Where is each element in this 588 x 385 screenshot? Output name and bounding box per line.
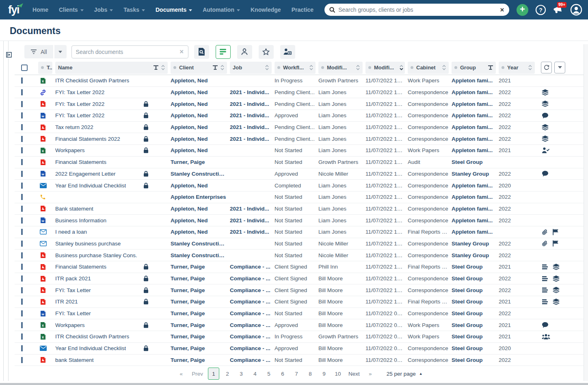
document-name-cell[interactable]: Year End Individual Checklist (55, 345, 171, 351)
nav-item-tasks[interactable]: Tasks (118, 0, 150, 19)
sort-control[interactable] (220, 65, 224, 70)
next-page-button[interactable]: Next (346, 368, 362, 380)
document-name[interactable]: Bank statement (55, 206, 93, 212)
lines-icon[interactable] (542, 264, 548, 270)
comment-icon[interactable] (542, 322, 549, 328)
document-name-cell[interactable]: FYI: Tax Letter (55, 310, 171, 316)
documents-search-input[interactable] (76, 49, 179, 55)
nav-item-clients[interactable]: Clients (54, 0, 89, 19)
document-name-cell[interactable]: ITR 2021 (55, 299, 171, 305)
document-name-cell[interactable]: Tax return 2022 (55, 124, 171, 130)
table-row[interactable]: FYI: Tax Letter 2022 Appleton, Ned 2021 … (15, 87, 584, 99)
sort-control[interactable] (400, 65, 403, 70)
column-header-group[interactable]: Group (452, 62, 496, 74)
row-checkbox[interactable] (21, 77, 23, 84)
layers-icon[interactable] (542, 124, 549, 131)
row-checkbox[interactable] (21, 136, 23, 142)
column-header-name[interactable]: Name (55, 62, 168, 74)
document-name-cell[interactable]: Workpapers (55, 322, 171, 328)
document-name-cell[interactable]: Financial Statements 2022 (55, 136, 171, 142)
document-name-cell[interactable]: ITR Checklist Growth Partners (55, 333, 171, 340)
select-all-checkbox[interactable] (21, 65, 28, 71)
document-name[interactable]: Workpapers (55, 147, 85, 153)
document-name-cell[interactable]: Bank statement (55, 206, 171, 212)
layers-icon[interactable] (553, 299, 560, 305)
document-name[interactable]: Business purchase Stanley Cons. (55, 252, 137, 258)
lines-icon[interactable] (542, 287, 548, 293)
row-checkbox[interactable] (21, 252, 23, 258)
layers-icon[interactable] (542, 136, 549, 142)
row-checkbox[interactable] (21, 217, 23, 224)
table-row[interactable]: x Workpapers Appleton, Ned Not Started L… (15, 145, 584, 157)
table-row[interactable]: Tax return 2022 Appleton, Ned 2021 - Ind… (15, 122, 584, 133)
document-name[interactable]: Financial Statements 2022 (55, 136, 120, 142)
document-name-cell[interactable]: Business purchase Stanley Cons. (55, 252, 171, 258)
table-row[interactable]: Year End Individual Checklist Appleton, … (15, 180, 584, 191)
table-row[interactable]: Financial Statements Turner, Paige Compl… (15, 261, 584, 273)
fyi-logo[interactable]: fyi (8, 1, 19, 19)
table-row[interactable]: x Workpapers Turner, Paige Compliance - … (15, 319, 584, 331)
list-view-button[interactable] (216, 45, 231, 59)
table-row[interactable]: FYI: Tax Letter Turner, Paige Compliance… (15, 284, 584, 296)
table-row[interactable]: x ITR Checklist Growth Partners Appleton… (15, 75, 584, 87)
nav-item-practice[interactable]: Practice (286, 0, 319, 19)
row-checkbox[interactable] (21, 147, 23, 153)
document-name[interactable]: Tax return 2022 (55, 124, 93, 130)
first-page-button[interactable]: « (175, 368, 187, 380)
page-button-3[interactable]: 3 (236, 368, 247, 380)
row-checkbox[interactable] (21, 159, 23, 165)
column-header-modifi[interactable]: Modifi... (318, 62, 363, 74)
document-name[interactable]: Financial Statements (55, 159, 106, 165)
row-checkbox[interactable] (21, 299, 23, 305)
table-row[interactable]: Stanley business purchase Stanley Constr… (15, 238, 584, 250)
row-checkbox[interactable] (21, 345, 23, 351)
lines-icon[interactable] (542, 299, 548, 305)
row-checkbox[interactable] (21, 241, 23, 247)
clear-global-search-icon[interactable]: ✕ (500, 7, 504, 13)
document-name-cell[interactable]: FYI: Tax Letter 2022 (55, 101, 171, 107)
sort-control[interactable] (309, 65, 313, 70)
layers-icon[interactable] (553, 275, 560, 282)
column-header-t[interactable]: T... (38, 62, 52, 74)
page-button-8[interactable]: 8 (305, 368, 316, 380)
document-name[interactable]: ITR pack 2021 (55, 275, 91, 282)
create-new-button[interactable]: + (517, 4, 528, 16)
table-row[interactable]: Year End Individual Checklist Turner, Pa… (15, 343, 584, 355)
page-button-2[interactable]: 2 (222, 368, 233, 380)
help-icon[interactable]: ? (535, 4, 546, 15)
notifications-icon[interactable]: 99+ (553, 5, 563, 15)
expand-panel-button[interactable] (5, 51, 13, 58)
horizontal-scrollbar[interactable] (0, 383, 588, 385)
row-checkbox[interactable] (21, 322, 23, 328)
document-name[interactable]: ITR Checklist Growth Partners (55, 333, 129, 340)
last-page-button[interactable]: » (365, 368, 376, 380)
lines-icon[interactable] (542, 276, 548, 282)
layers-icon[interactable] (553, 287, 560, 293)
document-name[interactable]: FYI: Tax Letter 2022 (55, 101, 104, 107)
document-name-cell[interactable]: I need a loan (55, 229, 171, 235)
page-button-10[interactable]: 10 (332, 368, 344, 380)
column-header-modifi[interactable]: Modifi... (365, 62, 405, 74)
page-button-6[interactable]: 6 (277, 368, 288, 380)
nav-item-jobs[interactable]: Jobs (89, 0, 119, 19)
paperclip-icon[interactable] (542, 240, 548, 247)
document-name-cell[interactable]: Workpapers (55, 147, 171, 153)
page-button-9[interactable]: 9 (318, 368, 330, 380)
flag-icon[interactable] (552, 240, 559, 247)
document-name[interactable]: ITR Checklist Growth Partners (55, 77, 129, 84)
table-options-button[interactable] (554, 62, 565, 73)
column-header-year[interactable]: Year (499, 62, 535, 74)
row-checkbox[interactable] (21, 287, 23, 293)
row-checkbox[interactable] (21, 171, 23, 177)
table-row[interactable]: w 2022 Engagement Letter Stanley Constru… (15, 168, 584, 180)
row-checkbox[interactable] (21, 112, 23, 118)
row-checkbox[interactable] (21, 183, 23, 189)
sort-control[interactable] (265, 65, 269, 70)
layers-icon[interactable] (553, 264, 560, 270)
document-name-cell[interactable]: Year End Individual Checklist (55, 183, 171, 189)
column-header-job[interactable]: Job (230, 62, 272, 74)
table-row[interactable]: w FYI: Tax Letter 2022 Appleton, Ned 202… (15, 110, 584, 122)
document-name-cell[interactable]: bank Statement (55, 357, 171, 363)
share-assign-button[interactable] (280, 45, 295, 59)
document-name-cell[interactable]: ITR Checklist Growth Partners (55, 77, 171, 84)
